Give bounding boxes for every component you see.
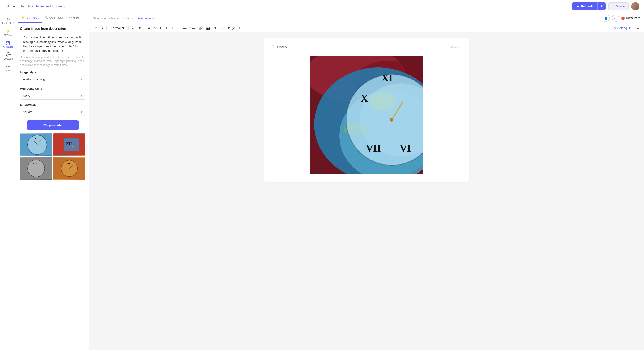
notes-header: 📄 Notes 0 words	[272, 45, 462, 52]
image-insert-button[interactable]: 📷	[205, 25, 212, 31]
create-image-title: Create image from description	[20, 27, 85, 30]
notes-icon: 📄	[272, 45, 275, 49]
clear-format-button[interactable]: ⃠	[232, 25, 235, 31]
bold-button[interactable]: B	[158, 25, 164, 31]
editing-mode-button[interactable]: ✎ Editing ▼	[612, 25, 634, 31]
avatar[interactable]	[631, 2, 640, 10]
gear-icon: ⚙	[6, 17, 10, 21]
back-home-label: Home	[6, 4, 15, 8]
text-color-button[interactable]: A	[146, 25, 151, 31]
description-hint: Describe the image in detail and then us…	[20, 55, 85, 67]
image-style-select[interactable]: Abstract painting Oil painting Watercolo…	[20, 75, 85, 83]
lightning-icon: ⚡	[6, 29, 11, 33]
share-label: Share	[616, 4, 625, 8]
editing-label: Editing	[618, 26, 627, 30]
sidebar-item-brief-seo[interactable]: ⚙ Brief + SEO	[0, 15, 16, 26]
thumbnail-2[interactable]: XII	[53, 133, 86, 156]
numbered-list-button[interactable]: 1—	[189, 25, 196, 31]
comment-button[interactable]: □	[236, 25, 241, 31]
toolbar-separator-3	[144, 26, 145, 30]
orientation-select[interactable]: Square Landscape Portrait	[20, 108, 85, 116]
chevron-left-icon: ‹	[4, 4, 6, 8]
tab-cc-images[interactable]: 🔍 CC images	[42, 13, 66, 23]
thumbnail-3[interactable]: XII	[20, 157, 52, 180]
svg-text:XI: XI	[33, 137, 36, 140]
italic-button[interactable]: I	[164, 25, 168, 31]
sidebar-item-message[interactable]: 💬 Message	[0, 51, 16, 62]
thumbnail-4[interactable]: XII	[53, 157, 86, 180]
sidebar-label-brief-seo: Brief + SEO	[2, 22, 14, 24]
tab-gifs[interactable]: ▭ GIFs	[66, 13, 82, 23]
editor-meta: Saved seconds ago 0 words Older versions	[93, 16, 156, 20]
orientation-section: Orientation Square Landscape Portrait ▼	[20, 103, 85, 116]
icon-sidebar: ⚙ Brief + SEO ⚡ AI Writer 🖼 AI Images 💬 …	[0, 13, 16, 350]
template-name-label: Notes and Summary	[36, 4, 65, 8]
additional-style-select-wrap: None Dark Light Vintage Modern ▼	[20, 92, 85, 100]
top-bar: ‹ Home Template: Notes and Summary ► Pub…	[0, 0, 644, 13]
saved-status: Saved seconds ago	[93, 16, 119, 20]
strikethrough-button[interactable]: S	[175, 25, 180, 31]
regenerate-button[interactable]: Regenerate	[26, 121, 79, 130]
table-button[interactable]: ▦	[219, 25, 225, 31]
publish-btn-main: ► Publish	[572, 2, 597, 10]
avatar-image	[631, 2, 640, 10]
clock-image-container: XI X VII VI	[310, 56, 424, 174]
thumbnail-3-svg: XII	[20, 157, 52, 180]
description-textarea[interactable]	[20, 33, 85, 53]
ellipsis-icon: •••	[6, 65, 10, 69]
additional-style-select[interactable]: None Dark Light Vintage Modern	[20, 92, 85, 100]
additional-style-section: Additional style None Dark Light Vintage…	[20, 87, 85, 100]
sidebar-item-more[interactable]: ••• More	[0, 63, 16, 74]
thumbnail-1[interactable]: XI X	[20, 133, 52, 156]
publish-button[interactable]: ► Publish ▼	[572, 2, 606, 10]
clock-painting-svg: XI X VII VI	[310, 56, 424, 174]
svg-text:VI: VI	[400, 143, 411, 154]
user-mention-button[interactable]: 👤	[602, 14, 610, 22]
sidebar-label-more: More	[6, 69, 11, 72]
svg-text:XII: XII	[66, 141, 72, 146]
orientation-select-wrap: Square Landscape Portrait ▼	[20, 108, 85, 116]
svg-text:VII: VII	[366, 143, 381, 154]
notes-title-text: Notes	[277, 45, 287, 49]
tab-cc-images-label: CC images	[49, 16, 64, 19]
text-style-dropdown[interactable]: Normal ▼	[108, 25, 126, 31]
sidebar-item-ai-images[interactable]: 🖼 AI Images	[0, 39, 16, 50]
older-versions-link[interactable]: Older versions	[136, 16, 156, 20]
svg-text:X: X	[26, 143, 29, 147]
image-style-section: Image style Abstract painting Oil painti…	[20, 70, 85, 83]
image-insert-dropdown[interactable]: ▼	[212, 25, 218, 31]
editor-meta-right: 👤 ⚙ New Item	[602, 14, 640, 22]
clock-painting: XI X VII VI	[310, 56, 424, 174]
align-left-button[interactable]: ⇤	[130, 25, 136, 31]
link-button[interactable]: 🔗	[197, 25, 204, 31]
image-style-label: Image style	[20, 70, 85, 74]
template-prefix-label: Template:	[20, 4, 34, 8]
image-icon: 🖼	[6, 41, 10, 45]
back-home-link[interactable]: ‹ Home	[4, 4, 15, 8]
publish-dropdown-arrow[interactable]: ▼	[597, 2, 606, 10]
redo-button[interactable]: ↷	[99, 25, 105, 31]
bullet-list-button[interactable]: •—	[181, 25, 188, 31]
new-item-button[interactable]: New Item	[622, 16, 640, 20]
highlight-button[interactable]: ✎	[152, 25, 158, 31]
panel: ⚡ AI images 🔍 CC images ▭ GIFs Create im…	[16, 13, 89, 350]
new-item-dot-icon	[622, 16, 625, 20]
text-style-chevron-icon: ▼	[122, 26, 125, 30]
more-options-button[interactable]: •••	[634, 25, 640, 31]
table-dropdown-button[interactable]: ▼	[226, 25, 232, 31]
tab-ai-images[interactable]: ⚡ AI images	[18, 13, 42, 23]
sidebar-item-ai-writer[interactable]: ⚡ AI Writer	[0, 27, 16, 38]
undo-button[interactable]: ↶	[93, 25, 98, 31]
settings-circle-button[interactable]: ⚙	[612, 14, 619, 22]
top-bar-left: ‹ Home Template: Notes and Summary	[4, 4, 65, 8]
align-dropdown-button[interactable]: ▼	[137, 25, 143, 31]
chat-icon: 💬	[6, 53, 11, 57]
tab-ai-images-label: AI images	[26, 16, 39, 19]
share-button[interactable]: ⇧ Share	[608, 2, 628, 10]
editor-toolbar: ↶ ↷ Normal ▼ ⇤ ▼ A ✎ B I U S •— 1— 🔗 📷 ▼…	[89, 24, 644, 32]
image-style-select-wrap: Abstract painting Oil painting Watercolo…	[20, 75, 85, 83]
underline-button[interactable]: U	[169, 25, 174, 31]
new-item-label: New Item	[626, 16, 640, 20]
editing-chevron-icon: ▼	[628, 26, 631, 30]
thumbnail-2-svg: XII	[53, 133, 86, 156]
